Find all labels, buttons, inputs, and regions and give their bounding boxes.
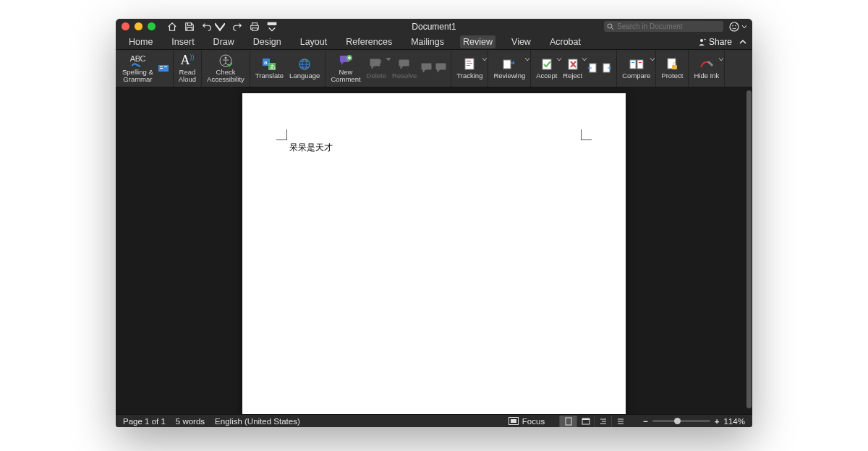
focus-mode-button[interactable]: Focus	[509, 417, 545, 426]
tab-home[interactable]: Home	[126, 35, 156, 48]
web-layout-view-button[interactable]	[576, 416, 594, 427]
home-icon[interactable]	[167, 22, 177, 32]
document-area[interactable]: 呆呆是天才	[116, 87, 752, 414]
thesaurus-icon	[158, 63, 169, 73]
svg-rect-21	[467, 61, 471, 61]
titlebar: Document1	[116, 19, 752, 34]
undo-icon[interactable]	[202, 22, 212, 32]
translate-button[interactable]: aあ Translate	[252, 50, 286, 87]
collapse-ribbon-icon[interactable]	[739, 38, 746, 46]
tab-references[interactable]: References	[343, 35, 395, 48]
check-accessibility-button[interactable]: Check Accessibility	[204, 50, 247, 87]
tab-review[interactable]: Review	[460, 35, 495, 48]
prev-change-button[interactable]	[585, 50, 600, 87]
new-comment-button[interactable]: New Comment	[328, 50, 363, 87]
vertical-scrollbar[interactable]	[746, 90, 752, 408]
tab-insert[interactable]: Insert	[169, 35, 197, 48]
chevron-down-icon[interactable]	[650, 57, 655, 61]
read-aloud-icon: A))	[180, 53, 194, 68]
next-change-icon	[602, 63, 612, 73]
reject-icon	[567, 58, 579, 71]
svg-rect-9	[160, 68, 163, 69]
svg-rect-25	[542, 59, 551, 69]
zoom-window-button[interactable]	[148, 22, 156, 30]
share-button[interactable]: + Share	[697, 37, 732, 47]
feedback-dropdown-icon[interactable]	[742, 25, 746, 29]
svg-rect-34	[672, 65, 677, 69]
svg-text:あ: あ	[270, 64, 276, 70]
hide-ink-button[interactable]: Hide Ink	[691, 50, 722, 87]
svg-rect-30	[637, 60, 643, 69]
tab-draw[interactable]: Draw	[210, 35, 237, 48]
svg-rect-0	[268, 22, 276, 25]
search-input[interactable]	[617, 22, 720, 30]
svg-point-3	[732, 25, 733, 26]
svg-rect-10	[164, 66, 167, 67]
search-box[interactable]	[604, 21, 723, 32]
view-mode-buttons	[559, 416, 629, 427]
redo-icon[interactable]	[232, 22, 242, 32]
zoom-out-button[interactable]: −	[643, 417, 648, 426]
spelling-grammar-button[interactable]: ABC Spelling & Grammar	[119, 50, 156, 87]
compare-button[interactable]: Compare	[619, 50, 653, 87]
new-comment-icon	[339, 55, 352, 66]
outline-view-button[interactable]	[594, 416, 611, 427]
focus-icon	[509, 417, 519, 425]
svg-rect-32	[639, 62, 642, 63]
search-icon	[607, 23, 614, 30]
tab-design[interactable]: Design	[250, 35, 284, 48]
chevron-down-icon[interactable]	[719, 57, 723, 61]
save-icon[interactable]	[184, 22, 195, 32]
language-status[interactable]: English (United States)	[215, 417, 300, 426]
page-count[interactable]: Page 1 of 1	[123, 417, 166, 426]
svg-point-12	[224, 56, 226, 59]
print-layout-view-button[interactable]	[559, 416, 576, 427]
prev-comment-button	[420, 50, 434, 87]
tracking-button[interactable]: Tracking	[454, 50, 485, 87]
delete-comment-icon	[370, 59, 383, 70]
draft-view-button[interactable]	[611, 416, 629, 427]
reject-button[interactable]: Reject	[560, 50, 585, 87]
zoom-slider-knob[interactable]	[674, 418, 681, 424]
zoom-controls: − + 114%	[643, 417, 745, 426]
resolve-comment-button: Resolve	[389, 50, 420, 87]
customize-qat-icon[interactable]	[267, 22, 277, 32]
prev-comment-icon	[421, 63, 433, 73]
minimize-window-button[interactable]	[135, 22, 142, 30]
undo-dropdown-icon[interactable]	[215, 22, 225, 32]
svg-rect-36	[511, 419, 516, 423]
svg-rect-37	[566, 418, 571, 425]
zoom-slider[interactable]	[652, 420, 710, 422]
read-aloud-button[interactable]: A)) Read Aloud	[176, 50, 199, 87]
tab-view[interactable]: View	[509, 35, 534, 48]
feedback-icon[interactable]	[729, 22, 739, 32]
document-title: Document1	[412, 22, 456, 32]
protect-button[interactable]: Protect	[658, 50, 686, 87]
page[interactable]: 呆呆是天才	[242, 93, 626, 414]
delete-comment-button: Delete	[364, 50, 389, 87]
thesaurus-button[interactable]	[156, 50, 171, 87]
word-count[interactable]: 5 words	[176, 417, 205, 426]
tracking-icon	[464, 58, 475, 71]
chevron-down-icon[interactable]	[482, 57, 487, 61]
accept-button[interactable]: Accept	[533, 50, 560, 87]
tab-acrobat[interactable]: Acrobat	[547, 35, 584, 48]
ribbon: ABC Spelling & Grammar A)) Read Aloud Ch…	[116, 50, 752, 87]
prev-change-icon	[587, 63, 597, 73]
accessibility-icon	[219, 54, 232, 67]
tab-layout[interactable]: Layout	[297, 35, 331, 48]
print-icon[interactable]	[250, 22, 260, 32]
language-button[interactable]: Language	[286, 50, 323, 87]
reviewing-button[interactable]: Reviewing	[490, 50, 528, 87]
zoom-level[interactable]: 114%	[724, 417, 745, 426]
reviewing-icon	[503, 59, 516, 70]
tab-mailings[interactable]: Mailings	[408, 35, 447, 48]
accept-icon	[541, 58, 553, 71]
chevron-down-icon[interactable]	[525, 57, 529, 61]
zoom-in-button[interactable]: +	[715, 417, 720, 426]
document-text[interactable]: 呆呆是天才	[289, 142, 333, 154]
close-window-button[interactable]	[122, 22, 129, 30]
next-change-button[interactable]	[600, 50, 614, 87]
word-window: Document1 Home Insert Draw Design Layout…	[116, 19, 752, 427]
svg-text:a: a	[264, 59, 268, 66]
